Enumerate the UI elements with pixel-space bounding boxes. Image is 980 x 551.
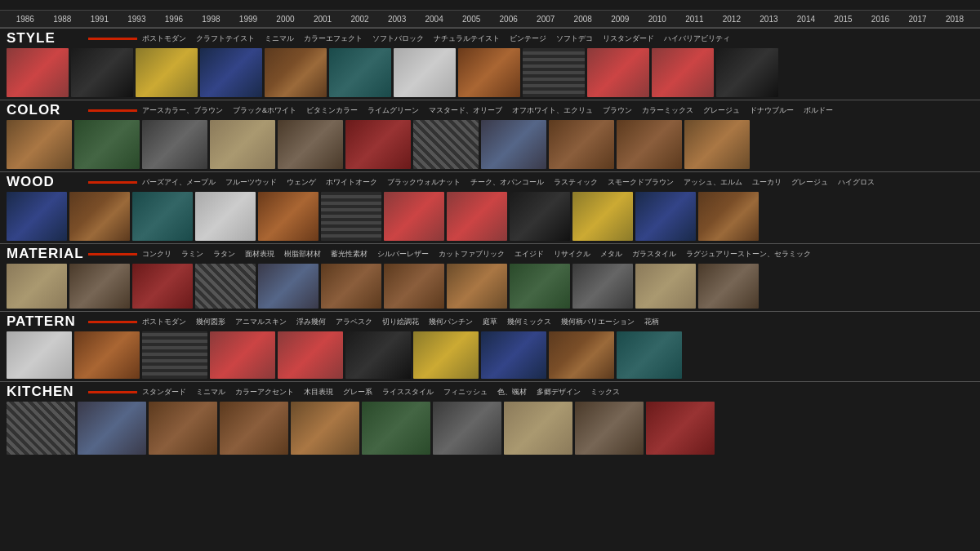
thumbnail-kitchen-6 bbox=[433, 402, 501, 455]
tag: ポストモダン bbox=[142, 33, 186, 44]
year-label-2014: 2014 bbox=[787, 15, 825, 24]
thumbnail-kitchen-8 bbox=[575, 402, 644, 455]
section-label-pattern: PATTERN bbox=[7, 313, 88, 330]
tag: シルバーレザー bbox=[377, 249, 429, 260]
main-content: STYLEポストモダンクラフトテイストミニマルカラーエフェクトソフトバロックナチ… bbox=[0, 28, 980, 457]
thumb-img-kitchen-1 bbox=[78, 402, 146, 455]
section-style: STYLEポストモダンクラフトテイストミニマルカラーエフェクトソフトバロックナチ… bbox=[0, 28, 980, 100]
thumb-img-wood-5 bbox=[321, 192, 381, 241]
tag: ラスティック bbox=[554, 177, 598, 188]
app-container: 1986198819911993199619981999200020012002… bbox=[0, 0, 980, 457]
thumbnail-style-9 bbox=[587, 48, 649, 97]
thumbnail-style-10 bbox=[652, 48, 714, 97]
thumb-img-style-6 bbox=[394, 48, 456, 97]
tag: アースカラー、ブラウン bbox=[142, 105, 223, 116]
year-label-2017: 2017 bbox=[899, 15, 937, 24]
thumb-img-pattern-3 bbox=[210, 331, 275, 379]
thumbnail-style-0 bbox=[7, 48, 69, 97]
thumbnail-pattern-3 bbox=[210, 331, 275, 379]
tag: マスタード、オリーブ bbox=[429, 105, 502, 116]
thumb-img-pattern-0 bbox=[7, 331, 72, 379]
thumbnail-color-5 bbox=[345, 120, 411, 169]
section-content-color bbox=[7, 120, 973, 169]
tag: ラタン bbox=[213, 249, 235, 260]
tag: 樹脂部材材 bbox=[284, 249, 321, 260]
thumbnail-material-2 bbox=[132, 264, 193, 309]
tag: ビタミンカラー bbox=[306, 105, 358, 116]
thumb-img-kitchen-2 bbox=[149, 402, 217, 455]
tag: ウェンゲ bbox=[287, 177, 316, 188]
red-line-style bbox=[88, 38, 137, 40]
thumb-img-material-9 bbox=[572, 264, 633, 309]
thumbnail-kitchen-4 bbox=[291, 402, 359, 455]
thumb-img-pattern-8 bbox=[549, 331, 614, 379]
tag: ボルドー bbox=[804, 105, 833, 116]
tag: 花柄 bbox=[644, 317, 659, 327]
thumbnail-wood-9 bbox=[572, 192, 633, 241]
thumb-img-color-1 bbox=[74, 120, 140, 169]
section-wood: WOODバーズアイ、メープルフルーツウッドウェンゲホワイトオークブラックウォルナ… bbox=[0, 171, 980, 243]
thumb-img-wood-1 bbox=[69, 192, 130, 241]
year-label-2011: 2011 bbox=[676, 15, 714, 24]
tag: ガラスタイル bbox=[632, 249, 676, 260]
tag: ハイグロス bbox=[838, 177, 875, 188]
section-label-style: STYLE bbox=[7, 30, 88, 47]
tag: 幾何柄バリエーション bbox=[561, 317, 635, 327]
section-label-kitchen: KITCHEN bbox=[7, 384, 88, 400]
tag: 木目表現 bbox=[304, 387, 333, 398]
tag: バーズアイ、メープル bbox=[142, 177, 216, 188]
thumb-img-color-6 bbox=[413, 120, 479, 169]
tag: ライムグリーン bbox=[368, 105, 419, 116]
year-label-2013: 2013 bbox=[751, 15, 788, 24]
thumb-img-kitchen-8 bbox=[575, 402, 644, 455]
thumb-img-kitchen-4 bbox=[291, 402, 359, 455]
tag: アラベスク bbox=[336, 317, 372, 327]
tag: カラーミックス bbox=[642, 105, 693, 116]
tag: ソフトデコ bbox=[556, 33, 593, 44]
thumbnail-style-4 bbox=[265, 48, 327, 97]
tag: アニマルスキン bbox=[235, 317, 287, 327]
thumb-img-wood-3 bbox=[195, 192, 256, 241]
thumbnail-color-3 bbox=[210, 120, 275, 169]
section-tags-pattern: ポストモダン幾何図形アニマルスキン浮み幾何アラベスク切り絵調花幾何パンチン庭草幾… bbox=[142, 317, 973, 327]
tag: メタル bbox=[600, 249, 622, 260]
thumb-img-kitchen-7 bbox=[504, 402, 572, 455]
thumb-img-style-5 bbox=[329, 48, 391, 97]
year-label-2003: 2003 bbox=[378, 15, 416, 24]
section-content-style bbox=[7, 48, 973, 97]
tag: ブラック&ホワイト bbox=[233, 105, 296, 116]
section-label-wood: WOOD bbox=[7, 174, 88, 190]
thumbnail-kitchen-9 bbox=[646, 402, 715, 455]
section-content-material bbox=[7, 264, 973, 309]
thumbnail-material-10 bbox=[635, 264, 696, 309]
thumb-img-style-2 bbox=[136, 48, 198, 97]
thumb-img-style-10 bbox=[652, 48, 714, 97]
thumbnail-material-6 bbox=[384, 264, 444, 309]
tag: チーク、オパンコール bbox=[470, 177, 544, 188]
thumbnail-pattern-7 bbox=[481, 331, 546, 379]
thumbnail-style-8 bbox=[523, 48, 585, 97]
thumb-img-pattern-5 bbox=[345, 331, 411, 379]
red-line-kitchen bbox=[88, 391, 137, 393]
thumb-img-pattern-6 bbox=[413, 331, 479, 379]
thumb-img-color-4 bbox=[278, 120, 343, 169]
thumbnail-color-9 bbox=[617, 120, 682, 169]
tag: ミニマル bbox=[265, 33, 294, 44]
thumb-img-kitchen-0 bbox=[7, 402, 75, 455]
thumb-img-style-3 bbox=[200, 48, 262, 97]
year-label-1986: 1986 bbox=[7, 15, 44, 24]
thumbnail-style-5 bbox=[329, 48, 391, 97]
tag: エイジド bbox=[514, 249, 544, 260]
thumb-img-color-2 bbox=[142, 120, 207, 169]
tag: ドナウブルー bbox=[750, 105, 794, 116]
thumbnail-wood-10 bbox=[635, 192, 696, 241]
thumbnail-color-0 bbox=[7, 120, 72, 169]
thumbnail-wood-3 bbox=[195, 192, 256, 241]
thumb-img-material-4 bbox=[258, 264, 318, 309]
thumb-img-color-0 bbox=[7, 120, 72, 169]
thumbnail-style-11 bbox=[716, 48, 778, 97]
section-tags-wood: バーズアイ、メープルフルーツウッドウェンゲホワイトオークブラックウォルナットチー… bbox=[142, 177, 973, 188]
tag: ミニマル bbox=[196, 387, 225, 398]
tag: スモークドブラウン bbox=[608, 177, 674, 188]
year-label-1991: 1991 bbox=[81, 15, 118, 24]
